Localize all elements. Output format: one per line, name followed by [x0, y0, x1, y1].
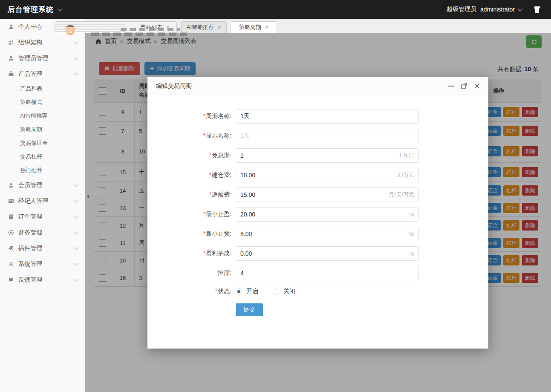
min-take-input[interactable]: 20.00 % — [236, 207, 419, 222]
sidebar-item-6[interactable]: 订单管理 — [0, 209, 85, 225]
sidebar-item-1[interactable]: 组织架构 — [0, 35, 85, 50]
radio-icon[interactable] — [236, 288, 242, 295]
modal-title: 编辑交易周期 — [156, 82, 192, 90]
form-row-open-fee: *建仓费: 18.00 元/万元 — [147, 168, 488, 182]
min-stop-input[interactable]: 8.00 % — [236, 227, 419, 241]
sidebar-item-4[interactable]: 会员管理 — [0, 177, 85, 193]
minimize-icon[interactable] — [448, 86, 454, 86]
edit-cycle-modal: 编辑交易周期 *周期名称: 1天 *显示名称: 1天 *免息期: 1 — [147, 77, 488, 349]
topbar: 后台管理系统 超级管理员 administrator — [0, 0, 551, 19]
plugin-icon — [8, 245, 14, 251]
chevron-down-icon — [74, 182, 78, 187]
field-suffix: 工作日 — [398, 152, 414, 159]
free-period-input[interactable]: 1 工作日 — [236, 148, 419, 163]
status-row: *状态: 开启 关闭 — [147, 287, 488, 296]
form-row-cycle-name: *周期名称: 1天 — [147, 109, 488, 124]
tab-1[interactable]: AI智能推荐 × — [181, 21, 227, 33]
tab-2[interactable]: 策略周期 × — [231, 21, 277, 33]
profit-share-input[interactable]: 0.00 % — [236, 246, 419, 261]
sidebar-item-5[interactable]: 经纪人管理 — [0, 193, 85, 209]
finance-icon — [8, 229, 14, 236]
submit-button[interactable]: 提交 — [236, 303, 263, 316]
status-option-1[interactable]: 关闭 — [273, 288, 295, 295]
chevron-down-icon — [74, 245, 78, 250]
status-label: *状态: — [147, 288, 236, 295]
app-title: 后台管理系统 — [8, 5, 54, 14]
chevron-down-icon — [74, 213, 78, 218]
field-suffix: 元/天/万元 — [389, 191, 414, 199]
field-suffix: % — [409, 211, 414, 218]
user-menu-caret-icon[interactable] — [518, 6, 522, 11]
tab-close-icon[interactable]: × — [265, 24, 268, 30]
field-label: *递延费: — [147, 191, 236, 199]
modal-header: 编辑交易周期 — [147, 77, 488, 95]
avatar-artifact — [66, 25, 75, 35]
radio-icon[interactable] — [273, 288, 279, 295]
sidebar-subitem[interactable]: 交易保证金 — [0, 136, 85, 150]
field-label: *建仓费: — [147, 171, 236, 179]
tab-close-icon[interactable]: × — [218, 24, 221, 30]
cycle-name-input[interactable]: 1天 — [236, 109, 419, 124]
user-name[interactable]: administrator — [480, 6, 515, 13]
sidebar-subitem[interactable]: 策略周期 — [0, 123, 85, 136]
sort-input[interactable]: 4 — [236, 266, 419, 280]
chevron-down-icon — [74, 39, 78, 44]
sidebar-item-7[interactable]: 财务管理 — [0, 225, 85, 240]
sidebar-subitem[interactable]: 产品列表 — [0, 82, 85, 95]
feedback-icon — [8, 277, 14, 283]
user-icon — [8, 23, 14, 30]
sidebar-item-10[interactable]: 反馈管理 — [0, 272, 85, 288]
form-row-sort: 排序: 4 — [147, 266, 488, 280]
admin-icon — [8, 55, 14, 61]
field-label: *显示名称: — [147, 132, 236, 140]
chevron-up-icon — [74, 72, 78, 77]
order-icon — [8, 213, 14, 220]
display-name-input[interactable]: 1天 — [236, 129, 419, 143]
field-label: *最小止盈: — [147, 210, 236, 218]
system-icon — [8, 261, 14, 267]
field-label: *最小止损: — [147, 230, 236, 238]
modal-body: *周期名称: 1天 *显示名称: 1天 *免息期: 1 工作日 *建仓费: 18… — [147, 95, 488, 316]
chevron-down-icon — [74, 198, 78, 202]
close-icon[interactable] — [474, 83, 480, 89]
chevron-down-icon — [74, 55, 78, 60]
sidebar-item-2[interactable]: 管理员管理 — [0, 50, 85, 66]
form-row-min-stop: *最小止损: 8.00 % — [147, 227, 488, 241]
status-option-0[interactable]: 开启 — [236, 288, 258, 295]
field-suffix: 元/万元 — [396, 171, 414, 179]
form-row-display-name: *显示名称: 1天 — [147, 129, 488, 143]
app-title-caret-icon[interactable] — [57, 6, 62, 11]
field-suffix: % — [409, 231, 414, 237]
open-fee-input[interactable]: 18.00 元/万元 — [236, 168, 419, 182]
sidebar-item-8[interactable]: 插件管理 — [0, 240, 85, 256]
sidebar-item-3[interactable]: 产品管理 — [0, 66, 85, 82]
chevron-down-icon — [74, 229, 78, 234]
member-icon — [8, 182, 14, 188]
user-role: 超级管理员 — [447, 6, 476, 13]
field-label: *盈利抽成: — [147, 250, 236, 257]
field-label: *免息期: — [147, 152, 236, 159]
defer-fee-input[interactable]: 15.00 元/天/万元 — [236, 187, 419, 202]
form-row-min-take: *最小止盈: 20.00 % — [147, 207, 488, 222]
chevron-down-icon — [74, 261, 78, 265]
maximize-icon[interactable] — [461, 83, 467, 89]
field-label: *周期名称: — [147, 112, 236, 120]
org-icon — [8, 39, 14, 46]
screen-artifact — [121, 28, 180, 31]
form-row-profit-share: *盈利抽成: 0.00 % — [147, 246, 488, 261]
form-row-free-period: *免息期: 1 工作日 — [147, 148, 488, 163]
field-label: 排序: — [147, 269, 236, 277]
sidebar: 个人中心 组织架构 管理员管理 产品管理 产品列表 策略模式 AI智能推荐 策略… — [0, 19, 85, 392]
chevron-down-icon — [74, 277, 78, 281]
sidebar-item-9[interactable]: 系统管理 — [0, 256, 85, 272]
sidebar-subitem[interactable]: 热门推荐 — [0, 164, 85, 177]
sidebar-subitem[interactable]: AI智能推荐 — [0, 109, 85, 123]
product-icon — [8, 71, 14, 77]
theme-shirt-icon[interactable] — [533, 6, 542, 13]
sidebar-subitem[interactable]: 策略模式 — [0, 95, 85, 109]
sidebar-subitem[interactable]: 交易杠杆 — [0, 150, 85, 164]
form-row-defer-fee: *递延费: 15.00 元/天/万元 — [147, 187, 488, 202]
field-suffix: % — [409, 251, 414, 257]
broker-icon — [8, 198, 14, 204]
